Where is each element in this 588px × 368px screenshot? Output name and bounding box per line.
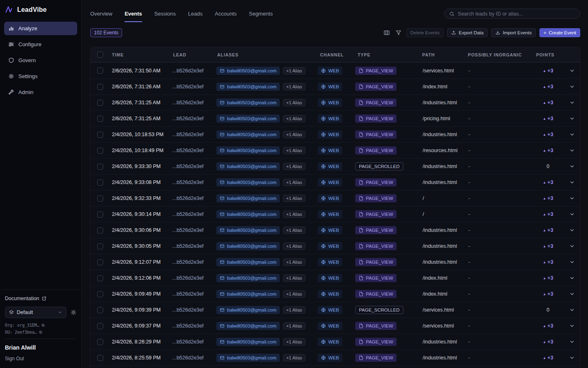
alias-badge[interactable]: balwill0503@gmail.com xyxy=(216,290,280,298)
lead-id[interactable]: ...b526d2e3ef xyxy=(171,243,215,249)
row-checkbox[interactable] xyxy=(97,259,103,265)
copy-icon[interactable] xyxy=(39,330,42,334)
lead-id[interactable]: ...b526d2e3ef xyxy=(171,84,215,90)
tab-leads[interactable]: Leads xyxy=(188,11,203,22)
lead-id[interactable]: ...b526d2e3ef xyxy=(171,148,215,153)
delete-events-button[interactable]: Delete Events xyxy=(406,28,444,37)
copy-icon[interactable] xyxy=(41,323,45,327)
expand-row-chevron[interactable] xyxy=(569,291,575,297)
alias-count-badge[interactable]: +1 Alias xyxy=(283,306,305,314)
expand-row-chevron[interactable] xyxy=(569,84,575,90)
column-header-aliases[interactable]: ALIASES xyxy=(215,52,318,57)
alias-count-badge[interactable]: +1 Alias xyxy=(283,83,305,90)
expand-row-chevron[interactable] xyxy=(569,100,575,105)
lead-id[interactable]: ...b526d2e3ef xyxy=(171,307,215,313)
tab-overview[interactable]: Overview xyxy=(90,11,112,22)
alias-count-badge[interactable]: +1 Alias xyxy=(283,115,305,122)
alias-count-badge[interactable]: +1 Alias xyxy=(283,354,305,361)
row-checkbox[interactable] xyxy=(97,148,103,154)
lead-id[interactable]: ...b526d2e3ef xyxy=(171,323,215,329)
expand-row-chevron[interactable] xyxy=(569,355,575,361)
alias-badge[interactable]: balwill0503@gmail.com xyxy=(216,306,280,314)
alias-count-badge[interactable]: +1 Alias xyxy=(283,338,305,346)
alias-count-badge[interactable]: +1 Alias xyxy=(283,179,305,186)
alias-badge[interactable]: balwill0503@gmail.com xyxy=(216,322,280,330)
alias-count-badge[interactable]: +1 Alias xyxy=(283,195,305,202)
alias-badge[interactable]: balwill0503@gmail.com xyxy=(216,130,280,139)
filter-button[interactable] xyxy=(394,29,403,37)
alias-badge[interactable]: balwill0503@gmail.com xyxy=(216,146,280,155)
expand-row-chevron[interactable] xyxy=(569,132,575,137)
lead-id[interactable]: ...b526d2e3ef xyxy=(171,291,215,297)
alias-badge[interactable]: balwill0503@gmail.com xyxy=(216,338,280,346)
column-header-type[interactable]: TYPE xyxy=(355,52,420,57)
alias-count-badge[interactable]: +1 Alias xyxy=(283,227,305,234)
alias-count-badge[interactable]: +1 Alias xyxy=(283,258,305,266)
row-checkbox[interactable] xyxy=(97,339,103,345)
alias-badge[interactable]: balwill0503@gmail.com xyxy=(216,99,280,107)
lead-id[interactable]: ...b526d2e3ef xyxy=(171,355,215,361)
alias-badge[interactable]: balwill0503@gmail.com xyxy=(216,226,280,234)
tab-events[interactable]: Events xyxy=(125,11,142,22)
expand-row-chevron[interactable] xyxy=(569,148,575,153)
expand-row-chevron[interactable] xyxy=(569,243,575,249)
alias-count-badge[interactable]: +1 Alias xyxy=(283,67,305,74)
sidebar-item-settings[interactable]: Settings xyxy=(4,70,77,83)
alias-badge[interactable]: balwill0503@gmail.com xyxy=(216,114,280,123)
alias-count-badge[interactable]: +1 Alias xyxy=(283,147,305,154)
theme-toggle-button[interactable] xyxy=(71,310,76,315)
alias-count-badge[interactable]: +1 Alias xyxy=(283,163,305,170)
column-header-path[interactable]: PATH xyxy=(420,52,466,57)
select-all-checkbox[interactable] xyxy=(97,52,103,58)
alias-count-badge[interactable]: +1 Alias xyxy=(283,242,305,250)
column-settings-button[interactable] xyxy=(383,29,391,37)
lead-id[interactable]: ...b526d2e3ef xyxy=(171,180,215,185)
row-checkbox[interactable] xyxy=(97,195,103,202)
lead-id[interactable]: ...b526d2e3ef xyxy=(171,132,215,137)
column-header-time[interactable]: TIME xyxy=(109,52,171,57)
alias-badge[interactable]: balwill0503@gmail.com xyxy=(216,67,280,75)
row-checkbox[interactable] xyxy=(97,227,103,233)
lead-id[interactable]: ...b526d2e3ef xyxy=(171,164,215,169)
tab-segments[interactable]: Segments xyxy=(249,11,273,22)
alias-badge[interactable]: balwill0503@gmail.com xyxy=(216,210,280,218)
alias-badge[interactable]: balwill0503@gmail.com xyxy=(216,83,280,91)
expand-row-chevron[interactable] xyxy=(569,195,575,201)
row-checkbox[interactable] xyxy=(97,84,103,90)
alias-badge[interactable]: balwill0503@gmail.com xyxy=(216,178,280,186)
alias-badge[interactable]: balwill0503@gmail.com xyxy=(216,194,280,202)
lead-id[interactable]: ...b526d2e3ef xyxy=(171,339,215,345)
row-checkbox[interactable] xyxy=(97,132,103,138)
expand-row-chevron[interactable] xyxy=(569,227,575,233)
alias-count-badge[interactable]: +1 Alias xyxy=(283,290,305,298)
row-checkbox[interactable] xyxy=(97,355,103,361)
alias-count-badge[interactable]: +1 Alias xyxy=(283,274,305,282)
sidebar-item-admin[interactable]: Admin xyxy=(4,85,77,99)
alias-badge[interactable]: balwill0503@gmail.com xyxy=(216,162,280,171)
expand-row-chevron[interactable] xyxy=(569,68,575,74)
row-checkbox[interactable] xyxy=(97,291,103,297)
row-checkbox[interactable] xyxy=(97,243,103,249)
alias-count-badge[interactable]: +1 Alias xyxy=(283,99,305,106)
expand-row-chevron[interactable] xyxy=(569,339,575,345)
alias-count-badge[interactable]: +1 Alias xyxy=(283,211,305,218)
lead-id[interactable]: ...b526d2e3ef xyxy=(171,275,215,281)
alias-count-badge[interactable]: +1 Alias xyxy=(283,131,305,138)
sidebar-item-configure[interactable]: Configure xyxy=(4,38,77,51)
lead-id[interactable]: ...b526d2e3ef xyxy=(171,259,215,265)
row-checkbox[interactable] xyxy=(97,211,103,218)
search-input[interactable] xyxy=(458,11,575,17)
row-checkbox[interactable] xyxy=(97,323,103,329)
lead-id[interactable]: ...b526d2e3ef xyxy=(171,195,215,201)
lead-id[interactable]: ...b526d2e3ef xyxy=(171,68,215,74)
expand-row-chevron[interactable] xyxy=(569,180,575,185)
expand-row-chevron[interactable] xyxy=(569,275,575,281)
expand-row-chevron[interactable] xyxy=(569,211,575,217)
row-checkbox[interactable] xyxy=(97,164,103,170)
expand-row-chevron[interactable] xyxy=(569,164,575,169)
row-checkbox[interactable] xyxy=(97,307,103,313)
lead-id[interactable]: ...b526d2e3ef xyxy=(171,100,215,105)
lead-id[interactable]: ...b526d2e3ef xyxy=(171,116,215,121)
expand-row-chevron[interactable] xyxy=(569,259,575,265)
alias-badge[interactable]: balwill0503@gmail.com xyxy=(216,274,280,282)
